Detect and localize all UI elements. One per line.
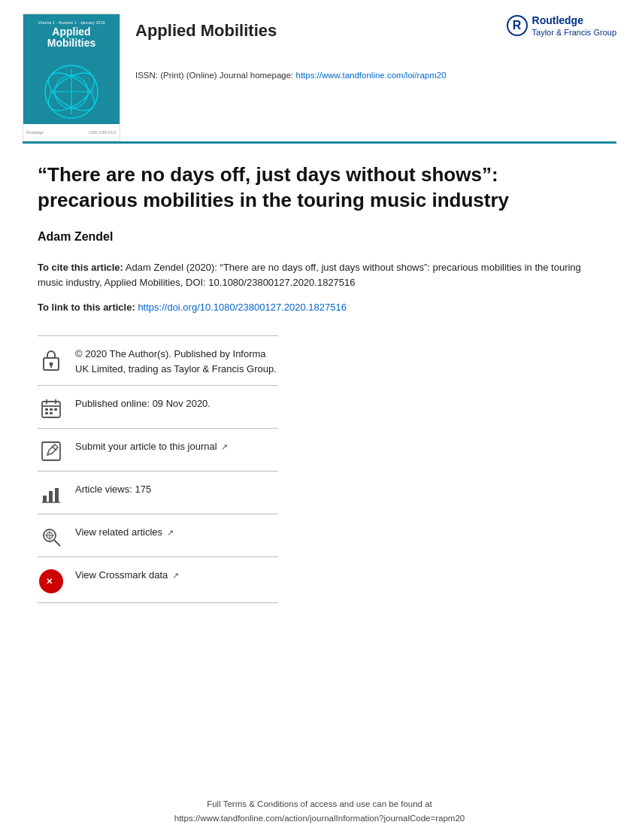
routledge-text: Routledge Taylor & Francis Group xyxy=(532,14,616,38)
footer-line1: Full Terms & Conditions of access and us… xyxy=(0,797,639,811)
svg-line-25 xyxy=(54,540,60,546)
published-date-text: Published online: 09 Nov 2020. xyxy=(75,396,278,411)
submit-article-text[interactable]: Submit your article to this journal ↗ xyxy=(75,439,278,454)
cover-title: AppliedMobilities xyxy=(29,26,114,50)
open-access-row: © 2020 The Author(s). Published by Infor… xyxy=(38,336,278,386)
svg-rect-21 xyxy=(49,491,53,502)
issn-line: ISSN: (Print) (Online) Journal homepage:… xyxy=(135,71,616,80)
crossmark-icon: ✕ xyxy=(38,568,65,593)
routledge-logo: R Routledge Taylor & Francis Group xyxy=(507,14,616,38)
related-articles-text[interactable]: View related articles ↗ xyxy=(75,525,278,540)
crossmark-text[interactable]: View Crossmark data ↗ xyxy=(75,568,278,583)
svg-rect-18 xyxy=(42,442,60,460)
related-articles-row[interactable]: View related articles ↗ xyxy=(38,514,278,557)
bar-chart-icon xyxy=(38,482,65,505)
svg-point-7 xyxy=(50,362,53,366)
doi-link[interactable]: https://doi.org/10.1080/23800127.2020.18… xyxy=(138,302,347,313)
author-name: Adam Zendel xyxy=(38,230,601,244)
cite-label: To cite this article: xyxy=(38,262,123,273)
crossmark-ext-icon: ↗ xyxy=(172,571,179,580)
link-label: To link to this article: xyxy=(38,302,138,313)
journal-cover: Volume 1 · Number 1 · January 2016 Appli… xyxy=(23,14,120,141)
published-date-row: Published online: 09 Nov 2020. xyxy=(38,386,278,429)
pencil-icon xyxy=(38,439,65,462)
footer-line2: https://www.tandfonline.com/action/journ… xyxy=(0,811,639,825)
crossmark-link[interactable]: View Crossmark data xyxy=(75,569,168,581)
routledge-r-icon: R xyxy=(507,15,528,36)
journal-homepage-link[interactable]: https://www.tandfonline.com/loi/rapm20 xyxy=(295,71,446,80)
svg-rect-16 xyxy=(45,412,48,414)
search-related-icon xyxy=(38,525,65,547)
cover-volume-line: Volume 1 · Number 1 · January 2016 xyxy=(29,20,114,25)
submit-article-row[interactable]: Submit your article to this journal ↗ xyxy=(38,429,278,472)
crossmark-row[interactable]: ✕ View Crossmark data ↗ xyxy=(38,557,278,603)
related-articles-link[interactable]: View related articles xyxy=(75,526,162,538)
main-content: “There are no days off, just days withou… xyxy=(0,144,639,626)
page-header: Volume 1 · Number 1 · January 2016 Appli… xyxy=(0,0,639,141)
crossmark-circle: ✕ xyxy=(39,569,63,593)
svg-line-19 xyxy=(52,446,56,450)
info-section: © 2020 The Author(s). Published by Infor… xyxy=(38,335,278,603)
svg-rect-14 xyxy=(50,408,53,411)
article-title: “There are no days off, just days withou… xyxy=(38,162,601,214)
lock-icon xyxy=(38,347,65,371)
page-footer: Full Terms & Conditions of access and us… xyxy=(0,797,639,825)
article-views-row: Article views: 175 xyxy=(38,472,278,514)
cover-graphic xyxy=(29,50,114,135)
submit-ext-icon: ↗ xyxy=(221,442,228,451)
doi-line: To link to this article: https://doi.org… xyxy=(38,302,601,313)
svg-rect-20 xyxy=(43,496,47,502)
related-ext-icon: ↗ xyxy=(167,528,174,537)
open-access-text: © 2020 The Author(s). Published by Infor… xyxy=(75,347,278,376)
svg-text:✕: ✕ xyxy=(46,577,53,586)
citation-block: To cite this article: Adam Zendel (2020)… xyxy=(38,260,601,292)
article-views-text: Article views: 175 xyxy=(75,482,278,497)
submit-article-link[interactable]: Submit your article to this journal xyxy=(75,441,217,452)
svg-rect-22 xyxy=(55,488,59,502)
svg-rect-15 xyxy=(54,408,57,411)
cover-bottom-bar: Routledge ISSN 2380-0127 xyxy=(23,124,120,141)
svg-rect-17 xyxy=(50,412,53,414)
calendar-icon xyxy=(38,396,65,419)
svg-rect-13 xyxy=(45,408,48,411)
